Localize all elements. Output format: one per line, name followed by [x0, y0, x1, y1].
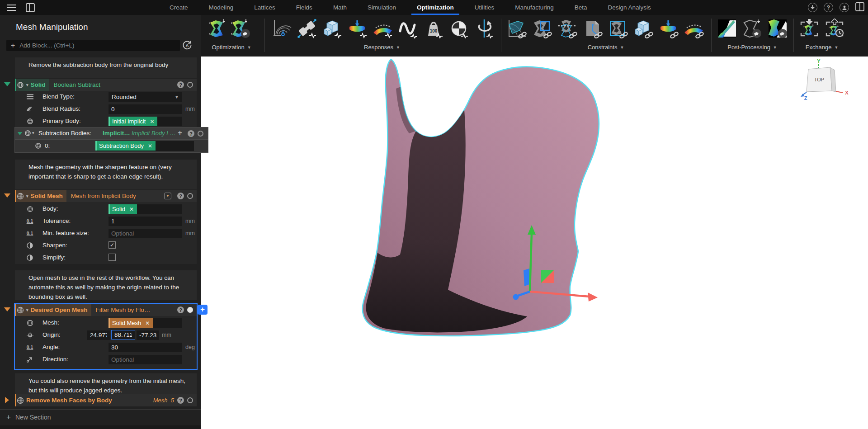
- menu-item-modeling[interactable]: Modeling: [198, 0, 244, 15]
- displacement-constraint-icon[interactable]: [658, 17, 679, 40]
- subtraction-body-chip[interactable]: Subtraction Body ✕: [95, 141, 156, 151]
- angle-input[interactable]: [108, 343, 182, 352]
- viewport-3d[interactable]: TOP Y X Z: [201, 57, 868, 429]
- gizmo-x-arrowhead[interactable]: [588, 292, 598, 302]
- field-constraint-icon[interactable]: [506, 17, 527, 40]
- menu-item-design-analysis[interactable]: Design Analysis: [598, 0, 661, 15]
- remove-chip-icon[interactable]: ✕: [129, 206, 134, 212]
- blend-type-dropdown[interactable]: Rounded ▼: [108, 92, 182, 102]
- overhang-constraint-icon[interactable]: [582, 17, 603, 40]
- group-label-post-processing[interactable]: Post-Processing▼: [727, 44, 777, 51]
- block-header-solid[interactable]: ▾ Solid Boolean Subtract ?: [15, 79, 197, 91]
- scope-icon[interactable]: [187, 82, 193, 88]
- menu-item-simulation[interactable]: Simulation: [357, 0, 406, 15]
- menu-item-beta[interactable]: Beta: [564, 0, 598, 15]
- subtraction-value[interactable]: Implicit…: [103, 130, 130, 137]
- account-icon[interactable]: [840, 3, 849, 12]
- remove-chip-icon[interactable]: ✕: [145, 320, 150, 326]
- menu-item-utilities[interactable]: Utilities: [464, 0, 505, 15]
- sharpen-checkbox[interactable]: ✓: [108, 241, 116, 249]
- point-response-icon[interactable]: [271, 17, 292, 40]
- expand-triangle[interactable]: [5, 397, 9, 403]
- tolerance-input[interactable]: [108, 217, 182, 226]
- help-icon[interactable]: ?: [177, 306, 184, 313]
- collapse-triangle[interactable]: [18, 132, 23, 135]
- scope-icon[interactable]: [187, 193, 193, 199]
- smoothen-topology-icon[interactable]: [717, 17, 737, 40]
- stress-constraint-icon[interactable]: [684, 17, 704, 40]
- note-block[interactable]: Open mesh to use in the rest of the work…: [15, 270, 197, 300]
- subtraction-bodies-row[interactable]: ▾ Subtraction Bodies: Implicit… Implicit…: [15, 127, 208, 140]
- group-label-exchange[interactable]: Exchange▼: [806, 44, 839, 51]
- help-icon[interactable]: ?: [824, 3, 833, 12]
- group-label-optimization[interactable]: Optimization▼: [212, 44, 251, 51]
- view-cube[interactable]: TOP Y X Z: [800, 58, 854, 104]
- menu-item-create[interactable]: Create: [159, 0, 198, 15]
- scope-icon[interactable]: [187, 307, 193, 313]
- simplify-checkbox[interactable]: [108, 254, 116, 261]
- collapse-triangle[interactable]: [4, 82, 10, 86]
- note-block[interactable]: Mesh the geometry with the sharpen featu…: [15, 160, 197, 189]
- menu-item-lattices[interactable]: Lattices: [244, 0, 286, 15]
- origin-x-input[interactable]: [87, 330, 110, 340]
- mesh-field[interactable]: Solid Mesh ✕: [108, 318, 182, 328]
- help-icon[interactable]: ?: [177, 397, 184, 404]
- menu-item-optimization[interactable]: Optimization: [406, 0, 464, 15]
- direction-input[interactable]: [108, 355, 182, 364]
- stress-response-icon[interactable]: [373, 17, 393, 40]
- primary-body-chip[interactable]: Initial Implicit ✕: [108, 117, 157, 126]
- frequency-response-icon[interactable]: [398, 17, 419, 40]
- cavity-constraint-icon[interactable]: [608, 17, 628, 40]
- add-item-icon[interactable]: +: [178, 128, 182, 137]
- menu-item-manufacturing[interactable]: Manufacturing: [505, 0, 564, 15]
- remove-chip-icon[interactable]: ✕: [150, 118, 154, 125]
- threshold-topology-icon[interactable]: [742, 17, 763, 40]
- import-optimization-icon[interactable]: [799, 17, 820, 40]
- block-header-solid-mesh[interactable]: ▾ Solid Mesh Mesh from Implicit Body ▼ ?: [15, 190, 197, 202]
- min-feature-input[interactable]: [108, 229, 182, 238]
- group-label-constraints[interactable]: Constraints▼: [588, 44, 624, 51]
- menu-item-math[interactable]: Math: [323, 0, 357, 15]
- variant-dropdown-icon[interactable]: ▼: [164, 193, 171, 199]
- volume-response-icon[interactable]: [322, 17, 343, 40]
- inertia-response-icon[interactable]: [474, 17, 495, 40]
- scope-icon[interactable]: [187, 397, 193, 403]
- sidebar-toggle-icon[interactable]: [24, 2, 36, 13]
- body-chip[interactable]: Solid ✕: [108, 204, 137, 214]
- help-icon[interactable]: ?: [188, 130, 194, 137]
- collapse-triangle[interactable]: [4, 307, 10, 311]
- auto-refresh-icon[interactable]: A: [181, 39, 193, 53]
- block-header-remove-mesh[interactable]: Remove Mesh Faces by Body Mesh_5 ?: [15, 394, 197, 406]
- region-constraint-icon[interactable]: [532, 17, 552, 40]
- hamburger-menu-icon[interactable]: [5, 2, 17, 13]
- group-label-responses[interactable]: Responses▼: [364, 44, 400, 51]
- export-simulation-icon[interactable]: [824, 17, 845, 40]
- field-optimization-icon[interactable]: [230, 17, 251, 40]
- symmetry-constraint-icon[interactable]: [557, 17, 578, 40]
- volume-constraint-icon[interactable]: [633, 17, 654, 40]
- topology-optimization-icon[interactable]: [208, 17, 229, 40]
- note-block[interactable]: Remove the subtraction body from the ori…: [15, 57, 197, 78]
- layout-panels-icon[interactable]: [855, 2, 864, 13]
- help-icon[interactable]: ?: [177, 193, 184, 199]
- insert-block-button[interactable]: +: [198, 305, 208, 315]
- blend-radius-input[interactable]: [108, 104, 182, 114]
- new-section-button[interactable]: + New Section: [6, 413, 51, 422]
- displacement-response-icon[interactable]: [297, 17, 317, 40]
- gizmo-plane-yz[interactable]: [524, 269, 529, 286]
- block-header-open-mesh[interactable]: ▾ Desired Open Mesh Filter Mesh by Flo… …: [15, 304, 197, 316]
- download-icon[interactable]: [808, 3, 817, 12]
- primary-body-field[interactable]: Initial Implicit ✕: [108, 117, 182, 126]
- compliance-response-icon[interactable]: [347, 17, 368, 40]
- mass-response-icon[interactable]: [423, 17, 444, 40]
- body-field[interactable]: Solid ✕: [108, 204, 182, 214]
- origin-z-input[interactable]: [137, 330, 159, 340]
- collapse-triangle[interactable]: [4, 193, 10, 198]
- subtraction-item-field[interactable]: Subtraction Body ✕: [95, 141, 194, 151]
- add-block-input[interactable]: + Add Block... (Ctrl+L): [6, 40, 180, 51]
- center-of-gravity-response-icon[interactable]: [448, 17, 469, 40]
- remove-chip-icon[interactable]: ✕: [148, 143, 152, 149]
- gizmo-z-handle[interactable]: [513, 294, 519, 300]
- export-smooth-icon[interactable]: [767, 17, 788, 40]
- origin-y-input[interactable]: [111, 330, 135, 339]
